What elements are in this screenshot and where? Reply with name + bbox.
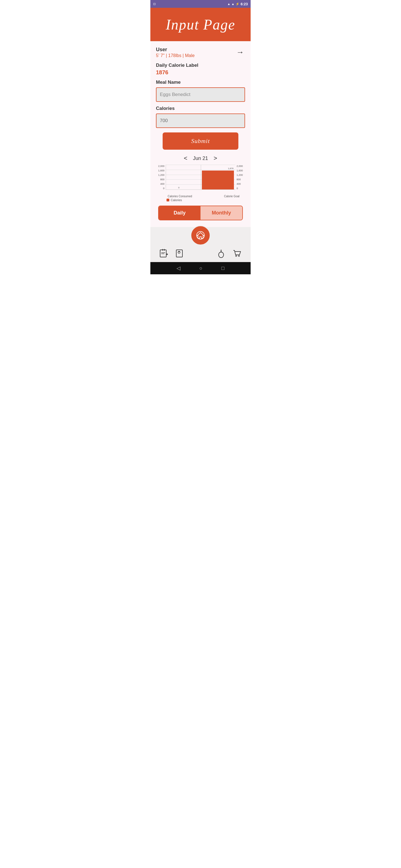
- date-navigation: < Jun 21 >: [156, 155, 245, 162]
- prev-date-button[interactable]: <: [184, 155, 188, 162]
- home-icon: [196, 231, 205, 240]
- add-meal-nav-item[interactable]: [159, 248, 169, 259]
- y-axis-right: 2,000 1,600 1,200 800 400 0: [235, 165, 243, 190]
- recipe-nav-item[interactable]: [175, 248, 185, 259]
- svg-rect-1: [160, 250, 166, 257]
- svg-point-12: [238, 255, 239, 256]
- bar-zero-label: 0: [178, 186, 179, 189]
- home-button[interactable]: ○: [199, 266, 202, 271]
- back-button[interactable]: ◁: [176, 265, 180, 271]
- y-label-1600: 1,600: [158, 169, 165, 172]
- calories-title: Calories: [156, 106, 245, 111]
- main-content: User 5' 7" | 178lbs | Male → Daily Calor…: [150, 41, 251, 227]
- chart-wrapper: 2,000 1,600 1,200 800 400 0 0: [158, 165, 243, 190]
- y-label-2000: 2,000: [158, 165, 165, 167]
- nutrition-icon: [217, 249, 226, 258]
- y-right-1600: 1,600: [236, 169, 243, 172]
- svg-point-11: [236, 255, 237, 256]
- cart-icon: [232, 249, 242, 258]
- status-left-icons: ⊡: [153, 2, 156, 6]
- signal-icon: ▲: [231, 2, 234, 6]
- y-label-800: 800: [161, 178, 165, 181]
- nutrition-nav-item[interactable]: [216, 248, 226, 259]
- goal-value-label: 1,876: [228, 167, 233, 170]
- daily-calorie-title: Daily Calorie Label: [156, 63, 245, 68]
- home-circle-button[interactable]: [191, 225, 210, 245]
- meal-name-title: Meal Name: [156, 80, 245, 85]
- y-right-400: 400: [236, 183, 240, 185]
- svg-point-10: [219, 252, 224, 258]
- calories-input[interactable]: [156, 114, 245, 128]
- y-right-0: 0: [236, 187, 238, 190]
- app-title: Input Page: [166, 17, 235, 33]
- chart-container: 2,000 1,600 1,200 800 400 0 0: [156, 165, 245, 202]
- meal-name-input[interactable]: [156, 87, 245, 102]
- chart-inner: 0 1,876 Description Label: [166, 165, 236, 190]
- user-stats: 5' 7" | 178lbs | Male: [156, 53, 195, 58]
- system-nav-bar: ◁ ○ □: [150, 262, 251, 274]
- legend-color-dot: [167, 199, 169, 202]
- y-label-0: 0: [163, 187, 165, 190]
- submit-button[interactable]: Submit: [163, 132, 238, 150]
- status-time: 6:23: [240, 2, 248, 6]
- add-meal-icon: [159, 249, 169, 258]
- status-bar: ⊡ ▲ ▲ ⚡ 6:23: [150, 0, 251, 8]
- view-toggle: Daily Monthly: [158, 206, 243, 220]
- monthly-toggle-button[interactable]: Monthly: [200, 206, 242, 220]
- current-date: Jun 21: [193, 156, 208, 161]
- wifi-icon: ▲: [227, 2, 230, 6]
- calories-section: Calories: [156, 106, 245, 128]
- y-label-1200: 1,200: [158, 174, 165, 176]
- user-section: User 5' 7" | 178lbs | Male →: [156, 47, 245, 58]
- y-right-800: 800: [236, 178, 240, 181]
- chart-legend: Calories: [158, 198, 243, 202]
- recents-button[interactable]: □: [221, 266, 225, 271]
- user-info: User 5' 7" | 178lbs | Male: [156, 47, 195, 58]
- notification-icon: ⊡: [153, 2, 156, 6]
- user-navigate-button[interactable]: →: [235, 47, 245, 58]
- daily-calorie-section: Daily Calorie Label 1876: [156, 63, 245, 76]
- recipe-icon: [175, 249, 184, 258]
- chart-left-label: Calories Consumed: [159, 195, 204, 198]
- battery-icon: ⚡: [236, 2, 239, 6]
- next-date-button[interactable]: >: [213, 155, 217, 162]
- bottom-home-area: [150, 227, 251, 262]
- app-header: Input Page: [150, 8, 251, 41]
- y-right-1200: 1,200: [236, 174, 243, 176]
- y-axis-left: 2,000 1,600 1,200 800 400 0: [158, 165, 166, 190]
- y-label-400: 400: [161, 183, 165, 185]
- cart-nav-item[interactable]: [232, 248, 242, 259]
- meal-name-section: Meal Name: [156, 80, 245, 102]
- daily-toggle-button[interactable]: Daily: [159, 206, 200, 220]
- status-right-icons: ▲ ▲ ⚡ 6:23: [227, 2, 248, 6]
- chart-axis-labels: Calories Consumed Calorie Goal: [158, 195, 243, 198]
- bar-goal: 1,876 Description Label: [202, 170, 234, 189]
- legend-label: Calories: [171, 198, 182, 202]
- chart-divider: [201, 165, 201, 189]
- y-right-2000: 2,000: [236, 165, 243, 167]
- user-label: User: [156, 47, 195, 53]
- daily-calorie-value: 1876: [156, 69, 245, 76]
- chart-right-label: Calorie Goal: [204, 195, 242, 198]
